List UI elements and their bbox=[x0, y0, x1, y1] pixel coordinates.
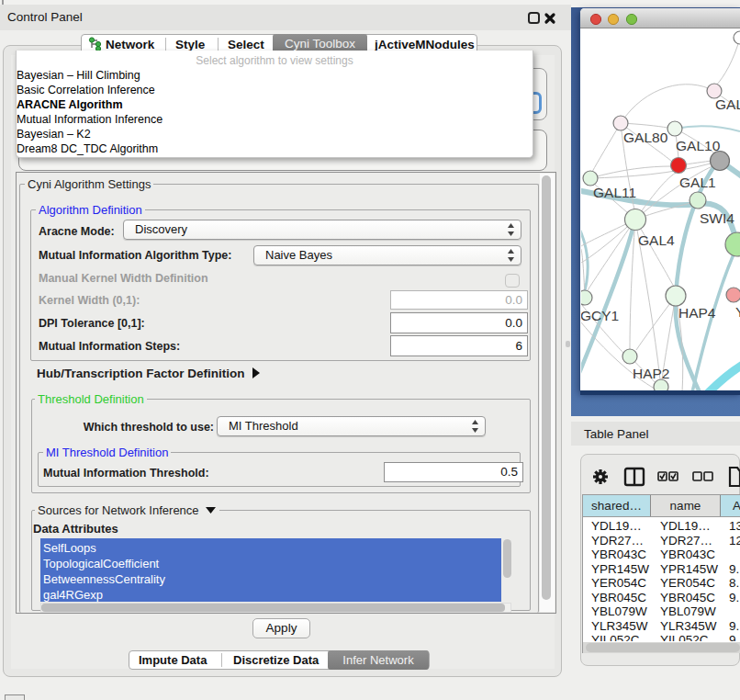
svg-text:SWI4: SWI4 bbox=[700, 210, 734, 226]
svg-text:GAL10: GAL10 bbox=[676, 138, 721, 153]
svg-text:Y: Y bbox=[735, 304, 740, 320]
svg-text:GAL80: GAL80 bbox=[623, 130, 668, 145]
svg-text:HAP4: HAP4 bbox=[678, 305, 716, 321]
svg-text:GAL: GAL bbox=[715, 96, 740, 112]
svg-text:GAL1: GAL1 bbox=[679, 175, 716, 190]
svg-text:HAP2: HAP2 bbox=[633, 366, 670, 381]
svg-text:GAL4: GAL4 bbox=[638, 232, 675, 248]
svg-text:GAL11: GAL11 bbox=[593, 185, 636, 200]
svg-text:GCY1: GCY1 bbox=[581, 308, 619, 323]
